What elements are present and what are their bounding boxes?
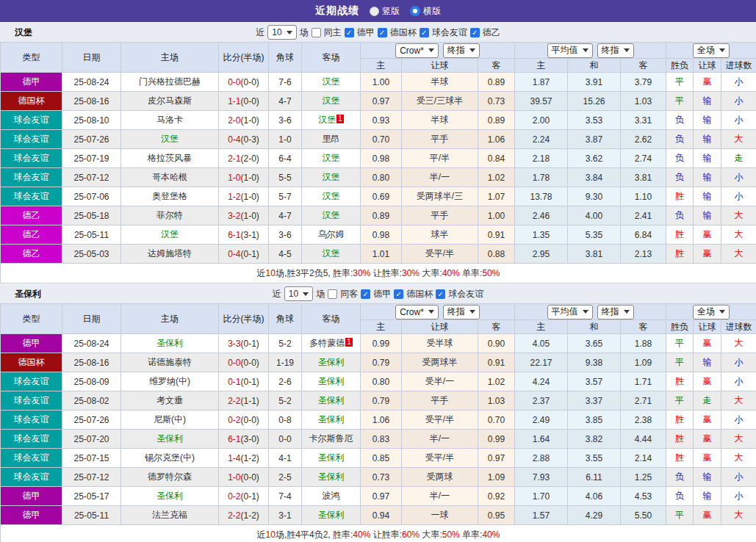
away-team[interactable]: 汉堡 <box>302 245 361 264</box>
final-odds-select[interactable]: 终指 <box>443 43 480 58</box>
summary-segment: 40% <box>353 530 370 540</box>
away-team[interactable]: 汉堡 <box>302 168 361 187</box>
bookmaker-select[interactable]: Crow* <box>395 43 439 58</box>
corner-score: 2-6 <box>269 372 302 391</box>
avg-home-odds: 2.88 <box>515 449 568 468</box>
home-team[interactable]: 考文垂 <box>121 391 219 411</box>
home-team[interactable]: 圣保利 <box>121 334 219 353</box>
same-venue-checkbox[interactable] <box>312 28 321 37</box>
home-team[interactable]: 尼斯(中) <box>121 411 219 430</box>
fulltime-score: 0-1 <box>228 377 240 387</box>
home-team[interactable]: 奥登堡格 <box>121 187 219 206</box>
goals-outcome: 大 <box>721 245 756 264</box>
layout-vertical-option[interactable]: 竖版 <box>370 5 400 18</box>
handicap-away-odds: 0.99 <box>478 430 515 449</box>
home-team[interactable]: 门兴格拉德巴赫 <box>121 73 219 92</box>
summary-segment: 30% <box>353 268 370 278</box>
home-team[interactable]: 德罗特尔森 <box>121 468 219 487</box>
away-team[interactable]: 圣保利 <box>302 391 361 411</box>
match-date: 25-05-11 <box>62 225 121 245</box>
league-checkbox-1[interactable]: ✓ <box>394 289 403 299</box>
corner-score: 0-8 <box>269 411 302 430</box>
home-team[interactable]: 维罗纳(中) <box>121 372 219 391</box>
score-halftime: 0-2(0-1) <box>219 487 269 506</box>
away-team[interactable]: 圣保利 <box>302 372 361 391</box>
unit-label: 场 <box>300 26 309 39</box>
away-team[interactable]: 圣保利 <box>302 411 361 430</box>
handicap-home-odds: 0.85 <box>361 449 402 468</box>
handicap-line: 受平/半 <box>402 411 478 430</box>
home-team[interactable]: 达姆施塔特 <box>121 245 219 264</box>
final-odds-select[interactable]: 终指 <box>597 43 634 58</box>
home-team[interactable]: 诺德施泰特 <box>121 353 219 372</box>
sub-header-7: 让球 <box>694 320 721 334</box>
average-select[interactable]: 平均值 <box>547 43 593 58</box>
home-team[interactable]: 哥本哈根 <box>121 168 219 187</box>
team-name: 汉堡 <box>161 134 179 144</box>
match-date: 25-05-17 <box>62 487 121 506</box>
match-count-select[interactable]: 10 <box>267 25 296 40</box>
away-team[interactable]: 乌尔姆 <box>302 225 361 245</box>
home-team[interactable]: 圣保利 <box>121 430 219 449</box>
home-team[interactable]: 汉堡 <box>121 130 219 149</box>
score-halftime: 2-0(1-0) <box>219 111 269 130</box>
home-team[interactable]: 圣保利 <box>121 487 219 506</box>
same-venue-checkbox[interactable] <box>328 289 337 299</box>
fulltime-score: 1-2 <box>228 192 240 202</box>
away-team[interactable]: 圣保利 <box>302 353 361 372</box>
results-table-0: 类型日期主场比分(半场)角球客场Crow*终指平均值终指全场主让球客主和客胜负让… <box>0 42 756 283</box>
league-checkbox-0[interactable]: ✓ <box>345 28 354 37</box>
away-team[interactable]: 里昂 <box>302 130 361 149</box>
home-team[interactable]: 菲尔特 <box>121 206 219 225</box>
corner-score: 5-2 <box>269 334 302 353</box>
same-venue-label: 同主 <box>324 26 342 39</box>
halftime-score: (0-1) <box>241 491 259 502</box>
away-team[interactable]: 汉堡 <box>302 206 361 225</box>
league-checkbox-0[interactable]: ✓ <box>361 289 370 299</box>
horizontal-radio-icon[interactable] <box>410 6 420 16</box>
away-team[interactable]: 汉堡 <box>302 149 361 168</box>
league-checkbox-2[interactable]: ✓ <box>420 28 429 37</box>
away-team[interactable]: 汉堡 <box>302 73 361 92</box>
team-name: 汉堡 <box>323 248 340 259</box>
away-team[interactable]: 汉堡 <box>302 92 361 111</box>
handicap-away-odds: 1.00 <box>478 206 515 225</box>
sub-header-4: 和 <box>568 59 621 73</box>
home-team[interactable]: 法兰克福 <box>121 506 219 525</box>
fulltime-select[interactable]: 全场 <box>693 43 730 58</box>
league-badge: 球会友谊 <box>1 468 62 487</box>
league-checkbox-3[interactable]: ✓ <box>470 28 480 37</box>
match-date: 25-08-09 <box>62 372 121 391</box>
layout-horizontal-option[interactable]: 横版 <box>410 5 441 18</box>
bookmaker-select[interactable]: Crow* <box>395 305 439 319</box>
average-select[interactable]: 平均值 <box>547 305 593 319</box>
fulltime-select[interactable]: 全场 <box>693 305 730 319</box>
summary-row: 近10场,胜3平2负5, 胜率:30% 让胜率:30% 大率:40% 单率:50… <box>1 264 756 283</box>
away-team[interactable]: 圣保利 <box>302 468 361 487</box>
away-team[interactable]: 多特蒙德1 <box>302 334 361 353</box>
home-team[interactable]: 马洛卡 <box>121 111 219 130</box>
away-team[interactable]: 圣保利 <box>302 449 361 468</box>
home-team[interactable]: 汉堡 <box>121 225 219 245</box>
vertical-radio-icon[interactable] <box>370 7 379 16</box>
away-team[interactable]: 圣保利 <box>302 506 361 525</box>
away-team[interactable]: 波鸿 <box>302 487 361 506</box>
avg-away-odds: 2.14 <box>621 449 666 468</box>
match-count-select[interactable]: 10 <box>284 286 313 301</box>
away-team[interactable]: 汉堡1 <box>302 111 361 130</box>
handicap-away-odds: 1.03 <box>478 391 515 411</box>
away-team[interactable]: 汉堡 <box>302 187 361 206</box>
fulltime-select-value: 全场 <box>697 306 715 318</box>
home-team[interactable]: 锡尔克堡(中) <box>121 449 219 468</box>
avg-home-odds: 1.35 <box>515 225 568 245</box>
home-team[interactable]: 格拉茨风暴 <box>121 149 219 168</box>
summary-segment: 40% <box>482 530 500 540</box>
away-team[interactable]: 卡尔斯鲁厄 <box>302 430 361 449</box>
league-checkbox-1[interactable]: ✓ <box>378 28 387 37</box>
final-odds-select[interactable]: 终指 <box>443 305 480 319</box>
home-team[interactable]: 皮尔马森斯 <box>121 92 219 111</box>
final-odds-select[interactable]: 终指 <box>597 305 634 319</box>
score-halftime: 0-0(0-0) <box>219 353 269 372</box>
goals-outcome: 小 <box>721 111 756 130</box>
league-checkbox-2[interactable]: ✓ <box>436 289 445 299</box>
